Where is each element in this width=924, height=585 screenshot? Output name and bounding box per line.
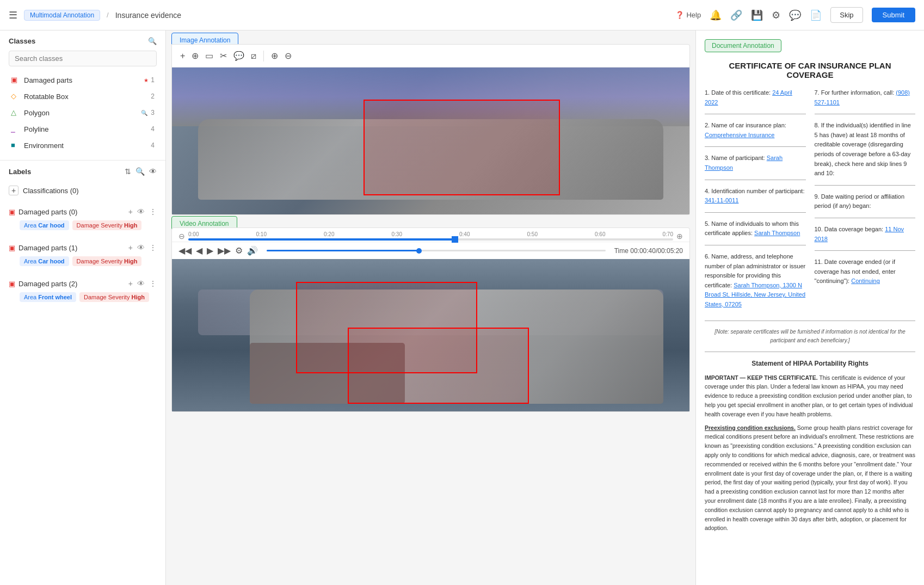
classifications-label: Classifications (0) — [23, 187, 79, 195]
environment-badge: 4 — [151, 141, 155, 149]
doc-id-link[interactable]: 341-11-0011 — [705, 197, 738, 204]
damaged-parts-badge: ★ 1 — [144, 76, 155, 84]
toolbar-cursor[interactable]: ⊕ — [190, 49, 200, 63]
label-tag-damage-0[interactable]: Damage Severity High — [72, 220, 142, 230]
toolbar-add[interactable]: + — [178, 50, 187, 63]
labels-sort-icon[interactable]: ⇅ — [125, 167, 131, 176]
settings-btn[interactable]: ⚙ — [235, 245, 243, 256]
document-annotation-tab[interactable]: Document Annotation — [705, 39, 781, 52]
label-tag-damage-2[interactable]: Damage Severity High — [79, 292, 149, 302]
rotatable-box-label: Rotatable Box — [24, 93, 151, 101]
notifications-icon[interactable]: 🔔 — [710, 9, 722, 21]
search-classes-input[interactable] — [9, 51, 157, 66]
skip-button[interactable]: Skip — [830, 7, 863, 23]
image-toolbar: + ⊕ ▭ ✂ 💬 ⧄ ⊕ ⊖ — [172, 45, 689, 67]
settings-icon[interactable]: ⚙ — [772, 9, 780, 21]
rotatable-box-icon: ◇ — [11, 92, 20, 101]
label-group-2-add[interactable]: + — [128, 279, 133, 288]
label-tag-damage-1[interactable]: Damage Severity High — [72, 256, 142, 266]
label-group-2-eye[interactable]: 👁 — [137, 279, 145, 288]
toolbar-rect[interactable]: ▭ — [204, 49, 215, 63]
label-group-1-icon: ▣ — [9, 244, 15, 252]
help-icon: ❓ — [675, 11, 684, 19]
polyline-icon: ⎯ — [11, 125, 20, 133]
environment-label: Environment — [24, 141, 151, 150]
save-icon[interactable]: 💾 — [751, 9, 763, 21]
file-icon[interactable]: 📄 — [810, 9, 822, 21]
doc-item-3: 3. Name of participant: Sarah Thompson — [705, 153, 806, 173]
environment-icon: ■ — [11, 141, 20, 150]
classifications-item[interactable]: + Classifications (0) — [9, 182, 157, 199]
multimodal-annotation-tag[interactable]: Multimodal Annotation — [24, 10, 100, 21]
class-item-polyline[interactable]: ⎯ Polyline 4 — [9, 121, 157, 137]
help-button[interactable]: ❓ Help — [675, 11, 701, 19]
video-frame[interactable] — [172, 259, 689, 411]
label-group-0-menu[interactable]: ⋮ — [149, 207, 157, 216]
damaged-parts-icon: ▣ — [11, 76, 20, 84]
label-tag-area-0[interactable]: Area Car hood — [20, 220, 69, 230]
skip-back-btn[interactable]: ◀◀ — [178, 245, 192, 256]
step-back-btn[interactable]: ◀ — [196, 245, 202, 256]
timeline-zoom-out[interactable]: ⊖ — [178, 232, 185, 241]
timeline-zoom-in[interactable]: ⊕ — [676, 232, 683, 241]
classes-search-icon[interactable]: 🔍 — [148, 37, 157, 45]
volume-btn[interactable]: 🔊 — [247, 245, 258, 256]
class-item-rotatable-box[interactable]: ◇ Rotatable Box 2 — [9, 88, 157, 104]
label-group-1-title: Damaged parts (1) — [19, 244, 125, 252]
label-group-0-icon: ▣ — [9, 208, 15, 216]
doc-insurance-link[interactable]: Comprehensive Insurance — [705, 132, 774, 138]
toolbar-cut[interactable]: ✂ — [218, 49, 229, 63]
toolbar-comment[interactable]: 💬 — [232, 49, 246, 63]
page-title: Insurance evidence — [115, 11, 181, 20]
labels-search-icon[interactable]: 🔍 — [135, 167, 145, 176]
polygon-badge: 🔍 3 — [141, 109, 155, 116]
class-item-polygon[interactable]: △ Polygon 🔍 3 — [9, 104, 157, 121]
label-tag-area-1[interactable]: Area Car hood — [20, 256, 69, 266]
damaged-parts-label: Damaged parts — [24, 76, 144, 84]
class-item-damaged-parts[interactable]: ▣ Damaged parts ★ 1 — [9, 72, 157, 88]
chat-icon[interactable]: 💬 — [789, 9, 801, 21]
label-tag-area-2[interactable]: Area Front wheel — [20, 292, 76, 302]
label-group-2: ▣ Damaged parts (2) + 👁 ⋮ Area Front whe… — [9, 277, 157, 304]
doc-note: [Note: separate certificates will be fur… — [705, 328, 915, 345]
doc-item-5: 5. Name of individuals to whom this cert… — [705, 219, 806, 238]
doc-item-4: 4. Identification number of participant:… — [705, 187, 806, 206]
doc-item-1: 1. Date of this certificate: 24 April 20… — [705, 88, 806, 107]
toolbar-zoom-in[interactable]: ⊕ — [269, 49, 280, 63]
polygon-label: Polygon — [24, 109, 141, 117]
label-group-2-menu[interactable]: ⋮ — [149, 279, 157, 288]
doc-individuals-link[interactable]: Sarah Thompson — [754, 230, 800, 236]
breadcrumb-separator: / — [107, 11, 109, 19]
doc-item-10: 10. Data coverage began: 11 Nov 2018 — [815, 225, 916, 244]
document-area: Document Annotation CERTIFICATE OF CAR I… — [695, 30, 924, 585]
label-group-0-add[interactable]: + — [128, 207, 133, 216]
damaged-parts-count: 1 — [151, 76, 155, 84]
hipaa-para-2: Preexisting condition exclusions. Some g… — [705, 423, 915, 533]
document-title: CERTIFICATE OF CAR INSURANCE PLAN COVERA… — [705, 61, 915, 79]
doc-item-6: 6. Name, address, and telephone number o… — [705, 252, 806, 310]
add-classification-icon[interactable]: + — [9, 186, 19, 195]
toolbar-zoom-out[interactable]: ⊖ — [283, 49, 293, 63]
polygon-icon: △ — [11, 108, 20, 117]
submit-button[interactable]: Submit — [872, 8, 915, 22]
label-group-1-add[interactable]: + — [128, 243, 133, 252]
labels-visibility-icon[interactable]: 👁 — [149, 167, 157, 176]
label-group-1-eye[interactable]: 👁 — [137, 243, 145, 252]
required-star: ★ — [144, 77, 149, 83]
label-group-1-menu[interactable]: ⋮ — [149, 243, 157, 252]
share-icon[interactable]: 🔗 — [730, 9, 742, 21]
step-fwd-btn[interactable]: ▶▶ — [218, 245, 231, 256]
hipaa-title: Statement of HIPAA Portability Rights — [705, 359, 915, 369]
label-group-0-eye[interactable]: 👁 — [137, 207, 145, 216]
label-group-0-title: Damaged parts (0) — [19, 208, 125, 216]
image-container[interactable] — [172, 67, 689, 214]
class-item-environment[interactable]: ■ Environment 4 — [9, 137, 157, 153]
doc-coverage-end-link[interactable]: Continuing — [851, 278, 880, 284]
play-btn[interactable]: ▶ — [207, 245, 213, 256]
toolbar-expand[interactable]: ⧄ — [249, 50, 258, 63]
label-group-2-title: Damaged parts (2) — [19, 280, 125, 288]
labels-title: Labels — [9, 168, 31, 176]
rotatable-box-badge: 2 — [151, 93, 155, 100]
hamburger-icon[interactable]: ☰ — [9, 9, 17, 21]
label-group-0: ▣ Damaged parts (0) + 👁 ⋮ Area Car hood … — [9, 205, 157, 232]
